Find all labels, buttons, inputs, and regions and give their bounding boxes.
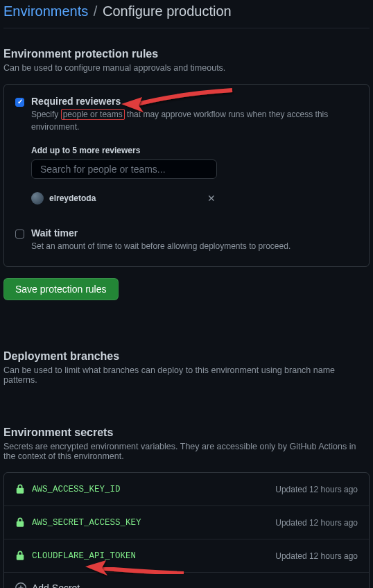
people-or-teams-highlight: people or teams	[61, 109, 125, 120]
reviewer-search-input[interactable]	[31, 159, 217, 179]
breadcrumb-separator: /	[94, 3, 98, 19]
lock-icon	[15, 484, 25, 494]
secret-row: AWS_SECRET_ACCESS_KEY Updated 12 hours a…	[4, 506, 369, 539]
breadcrumb-environments-link[interactable]: Environments	[3, 3, 88, 19]
wait-timer-checkbox[interactable]	[15, 230, 24, 239]
remove-reviewer-icon[interactable]: ✕	[206, 191, 217, 205]
plus-circle-icon	[15, 582, 26, 588]
secret-updated: Updated 12 hours ago	[275, 518, 358, 528]
save-protection-rules-button[interactable]: Save protection rules	[3, 278, 119, 300]
secrets-list: AWS_ACCESS_KEY_ID Updated 12 hours ago A…	[3, 472, 370, 588]
wait-timer-desc: Set an amount of time to wait before all…	[31, 240, 290, 252]
lock-icon	[15, 517, 25, 528]
environment-secrets-title: Environment secrets	[3, 426, 370, 439]
required-reviewers-label: Required reviewers	[31, 96, 358, 107]
add-reviewers-hint: Add up to 5 more reviewers	[31, 146, 358, 155]
required-reviewers-desc: Specify people or teams that may approve…	[31, 108, 358, 133]
breadcrumb: Environments / Configure production	[3, 0, 370, 28]
breadcrumb-current: Configure production	[103, 3, 232, 19]
protection-rules-box: Required reviewers Specify people or tea…	[3, 84, 370, 267]
avatar	[31, 192, 44, 205]
protection-rules-subtitle: Can be used to configure manual approval…	[3, 63, 370, 73]
required-reviewers-row: Required reviewers Specify people or tea…	[15, 96, 358, 133]
add-secret-button[interactable]: Add Secret	[4, 573, 369, 588]
secret-row: CLOUDFLARE_API_TOKEN Updated 12 hours ag…	[4, 539, 369, 573]
secret-name: AWS_SECRET_ACCESS_KEY	[32, 518, 141, 528]
add-secret-label: Add Secret	[32, 582, 80, 588]
reviewer-username: elreydetoda	[49, 193, 96, 203]
deployment-branches-subtitle: Can be used to limit what branches can d…	[3, 365, 370, 385]
wait-timer-label: Wait timer	[31, 227, 290, 239]
secret-updated: Updated 12 hours ago	[275, 551, 358, 561]
wait-timer-row: Wait timer Set an amount of time to wait…	[15, 227, 358, 252]
deployment-branches-title: Deployment branches	[3, 350, 370, 363]
secret-name: CLOUDFLARE_API_TOKEN	[32, 551, 136, 561]
environment-secrets-subtitle: Secrets are encrypted environment variab…	[3, 442, 370, 461]
protection-rules-title: Environment protection rules	[3, 48, 370, 60]
reviewer-item: elreydetoda ✕	[31, 191, 217, 205]
secret-name: AWS_ACCESS_KEY_ID	[32, 485, 121, 494]
secret-row: AWS_ACCESS_KEY_ID Updated 12 hours ago	[4, 473, 369, 506]
reviewers-config: Add up to 5 more reviewers elreydetoda ✕	[31, 146, 358, 205]
lock-icon	[15, 551, 25, 561]
secret-updated: Updated 12 hours ago	[275, 485, 358, 494]
required-reviewers-checkbox[interactable]	[15, 98, 24, 107]
